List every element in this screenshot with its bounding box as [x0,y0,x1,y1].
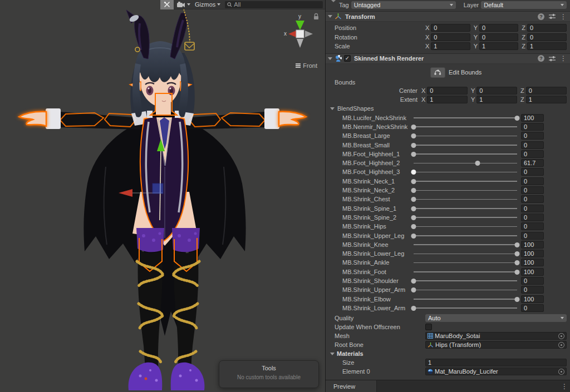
tab-preview[interactable]: Preview [326,380,377,392]
more-options-icon[interactable]: ⋮ [560,14,567,19]
blendshape-value-field[interactable]: 0 [521,177,544,185]
blendshape-value-field[interactable]: 0 [521,286,544,294]
mesh-object-field[interactable]: MaruBody_Sotai [425,332,567,340]
transform-header[interactable]: Transform ? ⋮ [326,11,570,22]
axis-neg-y-cone[interactable] [297,39,303,48]
blendshape-slider-knob[interactable] [411,279,416,284]
position-y-field[interactable]: 0 [479,24,518,32]
quality-dropdown[interactable]: Auto [425,314,567,322]
blendshape-value-field[interactable]: 0 [521,168,544,176]
blendshape-slider[interactable] [414,195,517,204]
blendshape-slider-knob[interactable] [411,306,416,311]
blendshape-slider-knob[interactable] [515,297,520,302]
foldout-arrow-icon[interactable] [330,353,335,355]
blendshape-slider-knob[interactable] [515,242,520,247]
blendshape-slider-knob[interactable] [411,206,416,211]
tag-dropdown[interactable]: Untagged [351,1,456,9]
blendshape-slider-knob[interactable] [411,170,416,175]
blendshape-slider-knob[interactable] [411,215,416,220]
blendshape-slider[interactable] [414,295,517,304]
more-options-icon[interactable]: ⋮ [560,56,567,61]
position-x-field[interactable]: 0 [431,24,470,32]
bounds-extent-x-field[interactable]: 1 [427,96,468,103]
scale-z-field[interactable]: 1 [527,42,567,50]
blendshape-slider-knob[interactable] [411,188,416,193]
blendshape-value-field[interactable]: 0 [521,222,544,230]
position-z-field[interactable]: 0 [527,24,567,32]
blendshape-slider[interactable] [414,267,517,276]
blendshape-slider[interactable] [414,304,517,312]
bounds-extent-y-field[interactable]: 1 [476,96,517,103]
blendshape-slider-knob[interactable] [411,197,416,202]
scale-x-field[interactable]: 1 [431,42,470,50]
foldout-arrow-icon[interactable] [328,57,332,60]
blendshape-slider[interactable] [414,177,517,186]
skinned-mesh-renderer-header[interactable]: ✓ Skinned Mesh Renderer ? ⋮ [326,53,570,64]
foldout-arrow-icon[interactable] [328,15,332,18]
object-picker-icon[interactable] [558,369,564,375]
gizmo-center-cube[interactable] [296,30,304,38]
blendshape-slider-knob[interactable] [411,152,416,157]
blendshape-slider[interactable] [414,258,517,267]
gizmos-menu[interactable]: Gizmos [195,1,220,8]
blendshape-value-field[interactable]: 0 [521,132,544,140]
blendshape-slider-knob[interactable] [411,287,416,292]
blendshapes-foldout[interactable]: BlendShapes [326,104,570,113]
blendshape-slider[interactable] [414,231,517,240]
blendshape-value-field[interactable]: 0 [521,277,544,285]
blendshape-slider[interactable] [414,285,517,294]
blendshape-value-field[interactable]: 100 [521,114,544,122]
blendshape-slider[interactable] [414,122,517,131]
foldout-arrow-icon[interactable] [330,107,335,110]
blendshape-slider[interactable] [414,113,517,122]
object-picker-icon[interactable] [558,333,564,339]
blendshape-slider[interactable] [414,150,517,158]
blendshape-value-field[interactable]: 0 [521,150,544,158]
blendshape-slider[interactable] [414,141,517,150]
bounds-center-z-field[interactable]: 0 [526,87,567,95]
blendshape-slider-knob[interactable] [411,133,416,138]
blendshape-value-field[interactable]: 0 [521,195,544,203]
presets-icon[interactable] [549,13,556,19]
scene-search-input[interactable]: All [225,1,323,8]
bounds-center-x-field[interactable]: 0 [427,87,468,95]
rotation-z-field[interactable]: 0 [527,33,567,41]
blendshape-slider[interactable] [414,222,517,231]
scale-y-field[interactable]: 1 [479,42,518,50]
bounds-extent-z-field[interactable]: 1 [526,96,567,103]
root-bone-object-field[interactable]: Hips (Transform) [425,341,567,349]
blendshape-slider[interactable] [414,213,517,222]
blendshape-slider[interactable] [414,158,517,167]
blendshape-slider[interactable] [414,240,517,249]
blendshape-value-field[interactable]: 100 [521,295,544,303]
blendshape-slider[interactable] [414,186,517,195]
blendshape-slider[interactable] [414,204,517,213]
inspector-scroll-area[interactable]: Tag Untagged Layer Default Transform ? [326,0,570,380]
blendshape-value-field[interactable]: 100 [521,259,544,266]
blendshape-slider-knob[interactable] [411,224,416,229]
scene-camera-menu[interactable] [177,2,190,7]
blendshape-slider-knob[interactable] [515,116,520,121]
rotation-y-field[interactable]: 0 [479,33,518,41]
blendshape-slider[interactable] [414,249,517,258]
blendshape-value-field[interactable]: 0 [521,123,544,131]
axis-x-cone[interactable] [288,31,296,37]
blendshape-slider-knob[interactable] [411,234,416,239]
rotation-x-field[interactable]: 0 [431,33,470,41]
blendshape-value-field[interactable]: 0 [521,304,544,312]
blendshape-slider-knob[interactable] [411,143,416,148]
blendshape-value-field[interactable]: 100 [521,241,544,249]
orientation-gizmo[interactable]: y x [279,12,323,60]
edit-bounds-button[interactable] [430,67,445,78]
blendshape-value-field[interactable]: 0 [521,214,544,221]
axis-y-cone[interactable] [296,21,304,30]
blendshape-slider[interactable] [414,131,517,140]
blendshape-value-field[interactable]: 100 [521,268,544,276]
update-offscreen-checkbox[interactable] [425,324,432,330]
scene-view[interactable]: Gizmos All y x Front Tools No custom too [0,0,325,392]
help-icon[interactable]: ? [538,13,544,20]
blendshape-slider[interactable] [414,167,517,176]
view-orientation-menu[interactable]: Front [296,62,317,69]
blendshape-value-field[interactable]: 100 [521,250,544,257]
blendshape-slider-knob[interactable] [515,270,520,275]
